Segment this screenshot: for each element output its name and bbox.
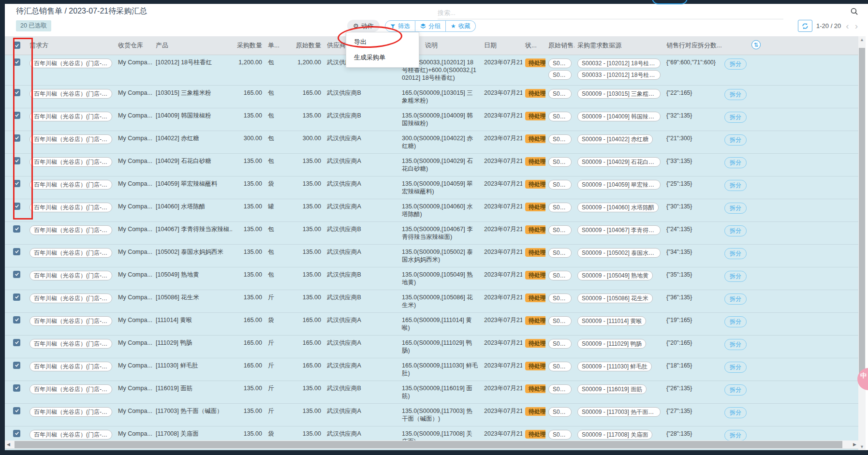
sale-order-tag[interactable]: S00009 xyxy=(548,225,572,235)
scroll-right-icon[interactable]: ▶ xyxy=(853,441,856,448)
pager-prev-icon[interactable]: ‹ xyxy=(845,21,850,31)
scroll-down-icon[interactable]: ▼ xyxy=(858,444,866,449)
header-unit[interactable]: 单... xyxy=(265,36,290,55)
row-checkbox[interactable] xyxy=(13,294,20,301)
purchase-source-tag[interactable]: S00009 - [111029] 鸭肠 xyxy=(577,339,646,349)
header-date[interactable]: 日期 xyxy=(481,36,522,55)
row-checkbox[interactable] xyxy=(13,203,20,210)
horizontal-scrollbar-thumb[interactable] xyxy=(15,441,842,448)
sale-order-tag[interactable]: S00009 xyxy=(548,339,572,349)
sale-order-tag[interactable]: S00009 xyxy=(548,248,572,258)
purchase-source-tag[interactable]: S00009 - [111014] 黄喉 xyxy=(577,316,646,326)
split-button[interactable]: 拆分 xyxy=(724,89,747,100)
row-checkbox[interactable] xyxy=(13,248,20,255)
row-checkbox[interactable] xyxy=(13,430,20,437)
purchase-source-tag[interactable]: S00032 - [102012] 18号桂香红 xyxy=(577,59,661,68)
breadcrumb-parent-link[interactable]: 待汇总销售单 xyxy=(16,7,62,15)
row-checkbox[interactable] xyxy=(13,157,20,164)
select-all-checkbox[interactable] xyxy=(13,42,20,49)
header-orig-qty[interactable]: 原始数量 xyxy=(290,36,324,55)
sale-order-tag[interactable]: S00009 xyxy=(548,271,572,280)
header-status[interactable]: 状... xyxy=(522,36,545,55)
split-button[interactable]: 拆分 xyxy=(724,430,747,441)
sale-order-tag[interactable]: S00009 xyxy=(548,294,572,303)
purchase-source-tag[interactable]: S00009 - [105002] 泰国水妈妈西米 xyxy=(577,248,661,258)
split-button[interactable]: 拆分 xyxy=(724,59,747,70)
purchase-source-tag[interactable]: S00009 - [104009] 韩国辣椒粉 xyxy=(577,112,661,121)
optional-columns-icon[interactable]: ⇅ xyxy=(751,40,761,49)
sale-order-tag[interactable]: S00009 xyxy=(548,203,572,212)
header-sales[interactable]: 原始销售... xyxy=(545,36,574,55)
split-button[interactable]: 拆分 xyxy=(724,203,747,214)
action-button[interactable]: ⚙ 动作 xyxy=(347,20,380,32)
purchase-source-tag[interactable]: S00009 - [104022] 赤红糖 xyxy=(577,134,653,144)
purchase-source-tag[interactable]: S00009 - [103015] 三象糯米粉 xyxy=(577,89,661,99)
purchase-source-tag[interactable]: S00009 - [105049] 熟地黄 xyxy=(577,271,653,280)
row-checkbox[interactable] xyxy=(13,271,20,278)
horizontal-scrollbar[interactable]: ◀ ▶ xyxy=(5,440,858,449)
requester-tag[interactable]: 百年川椒（光谷店）(门店-1300372... xyxy=(29,362,112,371)
requester-tag[interactable]: 百年川椒（光谷店）(门店-1300372... xyxy=(29,271,112,280)
pager-next-icon[interactable]: › xyxy=(854,21,859,31)
row-checkbox[interactable] xyxy=(13,407,20,414)
menu-item-generate-po[interactable]: 生成采购单 xyxy=(346,50,419,65)
requester-tag[interactable]: 百年川椒（光谷店）(门店-1300372... xyxy=(29,384,112,394)
row-checkbox[interactable] xyxy=(13,59,20,66)
requester-tag[interactable]: 百年川椒（光谷店）(门店-1300372... xyxy=(29,225,112,235)
row-checkbox[interactable] xyxy=(13,89,20,96)
split-button[interactable]: 拆分 xyxy=(724,316,747,327)
requester-tag[interactable]: 百年川椒（光谷店）(门店-1300372... xyxy=(29,316,112,326)
purchase-source-tag[interactable]: S00009 - [117003] 热干面（碱面） xyxy=(577,407,661,417)
row-checkbox[interactable] xyxy=(13,384,20,392)
purchase-source-tag[interactable]: S00009 - [104067] 李青得辣当家辣... xyxy=(577,225,661,235)
row-checkbox[interactable] xyxy=(13,339,20,346)
split-button[interactable]: 拆分 xyxy=(724,157,747,168)
group-by-button[interactable]: 分组 xyxy=(415,20,446,32)
sale-order-tag[interactable]: S00009 xyxy=(548,112,572,121)
split-button[interactable]: 拆分 xyxy=(724,248,747,259)
requester-tag[interactable]: 百年川椒（光谷店）(门店-1300372... xyxy=(29,134,112,144)
row-checkbox[interactable] xyxy=(13,134,20,142)
row-checkbox[interactable] xyxy=(13,225,20,233)
row-checkbox[interactable] xyxy=(13,112,20,119)
split-button[interactable]: 拆分 xyxy=(724,339,747,350)
requester-tag[interactable]: 百年川椒（光谷店）(门店-1300372... xyxy=(29,203,112,212)
scroll-left-icon[interactable]: ◀ xyxy=(7,441,10,448)
header-source[interactable]: 采购需求数据源 xyxy=(574,36,663,55)
row-checkbox[interactable] xyxy=(13,362,20,369)
menu-item-export[interactable]: 导出 xyxy=(346,34,419,50)
sale-order-tag[interactable]: S00009 xyxy=(548,89,572,99)
header-requester[interactable]: 需求方 xyxy=(27,36,115,55)
split-button[interactable]: 拆分 xyxy=(724,112,747,123)
purchase-source-tag[interactable]: S00009 - [117008] 关庙面 xyxy=(577,430,652,440)
purchase-source-tag[interactable]: S00009 - [104059] 翠宏辣椒蘸料 xyxy=(577,180,661,190)
vertical-scrollbar-thumb[interactable] xyxy=(859,48,865,382)
header-qty[interactable]: 采购数量 xyxy=(232,36,265,55)
sale-order-tag[interactable]: S00009 xyxy=(548,134,572,144)
purchase-source-tag[interactable]: S00009 - [105086] 花生米 xyxy=(577,294,653,303)
sale-order-tag[interactable]: S00009 xyxy=(548,180,572,190)
sale-order-tag[interactable]: S00009 xyxy=(548,362,572,371)
requester-tag[interactable]: 百年川椒（光谷店）(门店-1300372... xyxy=(29,157,112,167)
split-button[interactable]: 拆分 xyxy=(724,384,747,396)
header-product[interactable]: 产品 xyxy=(153,36,232,55)
header-warehouse[interactable]: 收货仓库 xyxy=(115,36,153,55)
requester-tag[interactable]: 百年川椒（光谷店）(门店-1300372... xyxy=(29,59,112,68)
purchase-source-tag[interactable]: S00009 - [116019] 面筋 xyxy=(577,384,647,394)
favorites-button[interactable]: ★ 收藏 xyxy=(446,20,476,32)
scroll-up-icon[interactable]: ▲ xyxy=(858,37,866,42)
sale-order-tag[interactable]: S00009 xyxy=(548,430,572,440)
requester-tag[interactable]: 百年川椒（光谷店）(门店-1300372... xyxy=(29,112,112,121)
purchase-source-tag[interactable]: S00009 - [111030] 鲜毛肚 xyxy=(577,362,652,371)
split-button[interactable]: 拆分 xyxy=(724,407,747,418)
sale-order-tag[interactable]: S00009 xyxy=(548,384,572,394)
sale-order-tag[interactable]: S00009 xyxy=(548,157,572,167)
purchase-source-tag[interactable]: S00033 - [102012] 18号桂香红 xyxy=(577,70,661,80)
row-checkbox[interactable] xyxy=(13,180,20,187)
requester-tag[interactable]: 百年川椒（光谷店）(门店-1300372... xyxy=(29,89,112,99)
purchase-source-tag[interactable]: S00009 - [104060] 水塔陈醋 xyxy=(577,203,659,212)
requester-tag[interactable]: 百年川椒（光谷店）(门店-1300372... xyxy=(29,180,112,190)
requester-tag[interactable]: 百年川椒（光谷店）(门店-1300372... xyxy=(29,339,112,349)
split-button[interactable]: 拆分 xyxy=(724,271,747,282)
split-button[interactable]: 拆分 xyxy=(724,180,747,191)
